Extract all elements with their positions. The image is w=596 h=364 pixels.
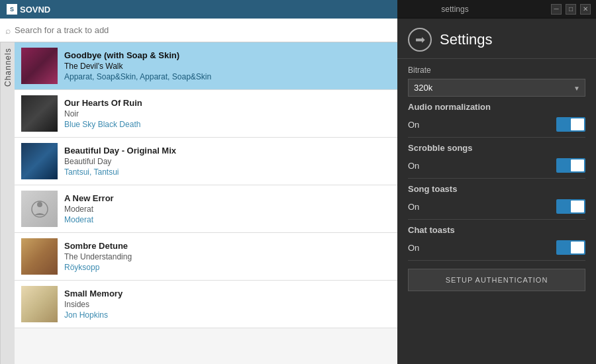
search-bar: ⌕ bbox=[0, 19, 397, 42]
scrobble-row: On bbox=[408, 156, 585, 179]
audio-norm-group: Audio normalization On bbox=[408, 102, 585, 138]
chat-toasts-toggle[interactable] bbox=[556, 240, 585, 255]
settings-title-bar: settings ─ □ ✕ bbox=[397, 0, 596, 19]
track-thumbnail bbox=[21, 143, 58, 179]
chat-toasts-row: On bbox=[408, 238, 585, 261]
track-artist: Blue Sky Black Death bbox=[64, 120, 142, 129]
track-info: Beautiful Day - Original Mix Beautiful D… bbox=[64, 146, 176, 177]
scrobble-group: Scrobble songs On bbox=[408, 143, 585, 179]
track-title: A New Error bbox=[64, 193, 114, 203]
track-title: Our Hearts Of Ruin bbox=[64, 98, 142, 108]
track-item[interactable]: Small Memory Insides Jon Hopkins bbox=[15, 281, 397, 328]
search-icon: ⌕ bbox=[5, 25, 11, 36]
app-logo: S bbox=[7, 4, 17, 15]
track-album: Moderat bbox=[64, 205, 114, 214]
left-panel: S SOVND ⌕ Channels Goodbye (with Soap & … bbox=[0, 0, 397, 364]
track-item[interactable]: Beautiful Day - Original Mix Beautiful D… bbox=[15, 138, 397, 185]
track-info: Sombre Detune The Understanding Röyksopp bbox=[64, 241, 132, 272]
chat-toasts-group: Chat toasts On bbox=[408, 225, 585, 261]
track-album: Noir bbox=[64, 109, 142, 118]
track-artist: Apparat, Soap&Skin, Apparat, Soap&Skin bbox=[64, 72, 211, 81]
bitrate-select-wrapper: 320k 256k 192k 128k ▼ bbox=[408, 79, 585, 97]
maximize-button[interactable]: □ bbox=[566, 4, 576, 15]
audio-norm-label: Audio normalization bbox=[408, 102, 585, 112]
chat-toasts-state: On bbox=[408, 243, 419, 253]
settings-header: ➡ Settings bbox=[397, 19, 596, 59]
song-toasts-toggle[interactable] bbox=[556, 199, 585, 214]
channels-area: Channels Goodbye (with Soap & Skin) The … bbox=[0, 42, 397, 364]
track-item[interactable]: Goodbye (with Soap & Skin) The Devil's W… bbox=[15, 42, 397, 90]
track-thumbnail bbox=[21, 191, 58, 227]
track-artist: Tantsui, Tantsui bbox=[64, 167, 176, 177]
track-info: Our Hearts Of Ruin Noir Blue Sky Black D… bbox=[64, 98, 142, 129]
track-item[interactable]: Sombre Detune The Understanding Röyksopp bbox=[15, 233, 397, 281]
app-title: SOVND bbox=[20, 5, 50, 15]
track-thumbnail bbox=[21, 95, 58, 132]
settings-title: Settings bbox=[440, 31, 493, 48]
track-info: Goodbye (with Soap & Skin) The Devil's W… bbox=[64, 50, 211, 81]
settings-icon: ➡ bbox=[408, 28, 432, 52]
track-item[interactable]: Our Hearts Of Ruin Noir Blue Sky Black D… bbox=[15, 90, 397, 138]
toggle-thumb bbox=[571, 159, 584, 171]
audio-norm-toggle[interactable] bbox=[556, 117, 585, 132]
track-item[interactable]: A New Error Moderat Moderat bbox=[15, 185, 397, 233]
setup-auth-button[interactable]: SETUP AUTHENTICATION bbox=[408, 269, 585, 291]
track-info: A New Error Moderat Moderat bbox=[64, 193, 114, 224]
audio-norm-state: On bbox=[408, 120, 419, 130]
svg-point-1 bbox=[37, 202, 42, 207]
settings-body: Bitrate 320k 256k 192k 128k ▼ Audio norm… bbox=[397, 59, 596, 364]
track-thumbnail bbox=[21, 238, 58, 275]
song-toasts-row: On bbox=[408, 197, 585, 220]
song-toasts-label: Song toasts bbox=[408, 184, 585, 194]
toggle-thumb bbox=[571, 242, 584, 253]
track-thumbnail bbox=[21, 48, 58, 84]
search-input[interactable] bbox=[15, 25, 392, 35]
scrobble-toggle[interactable] bbox=[556, 158, 585, 173]
title-bar: S SOVND bbox=[0, 0, 397, 19]
settings-window-title: settings bbox=[403, 5, 507, 14]
track-list: Goodbye (with Soap & Skin) The Devil's W… bbox=[15, 42, 397, 364]
track-title: Goodbye (with Soap & Skin) bbox=[64, 50, 211, 60]
bitrate-select[interactable]: 320k 256k 192k 128k bbox=[408, 79, 585, 97]
track-artist: Moderat bbox=[64, 215, 114, 224]
channels-tab[interactable]: Channels bbox=[0, 42, 15, 364]
song-toasts-state: On bbox=[408, 202, 419, 212]
track-art-svg bbox=[30, 199, 50, 219]
track-artist: Jon Hopkins bbox=[64, 310, 123, 320]
scrobble-state: On bbox=[408, 161, 419, 171]
toggle-thumb bbox=[571, 118, 584, 130]
right-panel: settings ─ □ ✕ ➡ Settings Bitrate 320k 2… bbox=[397, 0, 596, 364]
track-artist: Röyksopp bbox=[64, 263, 132, 272]
track-album: Beautiful Day bbox=[64, 157, 176, 166]
bitrate-section: Bitrate 320k 256k 192k 128k ▼ bbox=[408, 66, 585, 97]
toggle-thumb bbox=[571, 201, 584, 212]
track-info: Small Memory Insides Jon Hopkins bbox=[64, 289, 123, 320]
track-thumbnail bbox=[21, 286, 58, 322]
track-title: Sombre Detune bbox=[64, 241, 132, 251]
bitrate-label: Bitrate bbox=[408, 66, 585, 75]
scrobble-label: Scrobble songs bbox=[408, 143, 585, 153]
track-album: The Devil's Walk bbox=[64, 62, 211, 71]
audio-norm-row: On bbox=[408, 114, 585, 138]
track-album: Insides bbox=[64, 300, 123, 309]
track-album: The Understanding bbox=[64, 252, 132, 261]
track-title: Small Memory bbox=[64, 289, 123, 298]
minimize-button[interactable]: ─ bbox=[551, 4, 562, 15]
song-toasts-group: Song toasts On bbox=[408, 184, 585, 220]
track-title: Beautiful Day - Original Mix bbox=[64, 146, 176, 156]
chat-toasts-label: Chat toasts bbox=[408, 225, 585, 235]
close-button[interactable]: ✕ bbox=[580, 4, 591, 15]
